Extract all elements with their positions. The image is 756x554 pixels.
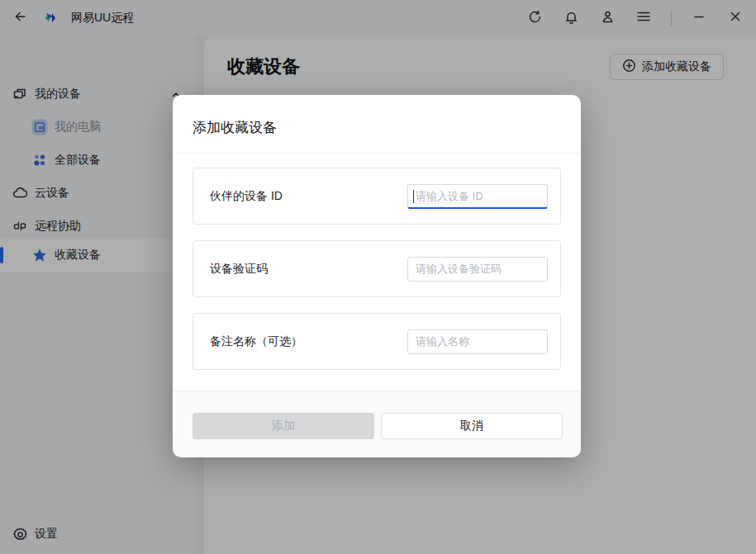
form-row-remark-name: 备注名称（可选） — [193, 313, 561, 370]
device-id-input[interactable] — [407, 184, 548, 209]
cancel-button[interactable]: 取消 — [381, 413, 563, 439]
remark-name-label: 备注名称（可选） — [210, 334, 302, 349]
form-row-verify-code: 设备验证码 — [193, 240, 561, 297]
device-id-label: 伙伴的设备 ID — [210, 189, 283, 204]
text-caret — [413, 190, 414, 203]
dialog-title-divider — [173, 153, 581, 154]
dialog-footer: 添加 取消 — [173, 391, 581, 457]
add-button[interactable]: 添加 — [193, 413, 374, 439]
add-favorite-device-dialog: 添加收藏设备 伙伴的设备 ID 设备验证码 备注名称（可选） 添加 取消 — [173, 95, 581, 457]
form-row-device-id: 伙伴的设备 ID — [193, 168, 561, 225]
verify-code-input[interactable] — [407, 257, 548, 282]
remark-name-input[interactable] — [407, 329, 548, 354]
verify-code-label: 设备验证码 — [210, 262, 268, 277]
dialog-title: 添加收藏设备 — [193, 118, 277, 137]
